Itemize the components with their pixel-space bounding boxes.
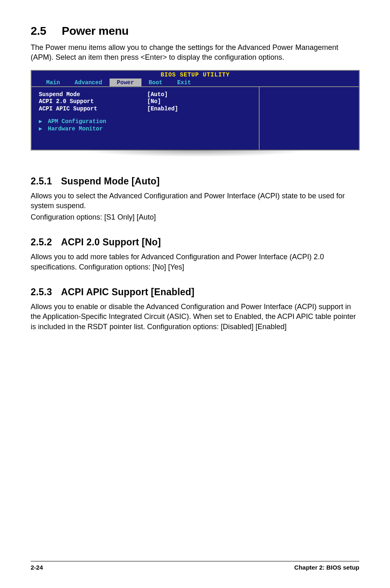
subsection-number: 2.5.2: [31, 237, 52, 248]
bios-window: BIOS SETUP UTILITY Main Advanced Power B…: [31, 70, 360, 150]
bios-left-pane: Suspend Mode [Auto] ACPI 2.0 Support [No…: [31, 87, 259, 150]
subsection-title: Suspend Mode [Auto]: [61, 176, 159, 186]
page-number: 2-24: [31, 564, 43, 571]
triangle-right-icon: ▶: [39, 118, 48, 126]
body-paragraph: Configuration options: [S1 Only] [Auto]: [31, 212, 359, 222]
bios-title: BIOS SETUP UTILITY: [161, 72, 230, 78]
triangle-right-icon: ▶: [39, 126, 48, 133]
body-paragraph: Allows you to select the Advanced Config…: [31, 191, 359, 211]
subsection-heading: 2.5.3ACPI APIC Support [Enabled]: [31, 287, 359, 298]
subsection-title: ACPI 2.0 Support [No]: [61, 237, 161, 247]
section-heading: 2.5Power menu: [31, 25, 359, 38]
bios-tab-boot: Boot: [141, 79, 170, 86]
bios-tab-advanced: Advanced: [67, 79, 110, 86]
bios-submenu-label: Hardware Monitor: [48, 126, 103, 133]
bios-value: [Auto]: [147, 91, 168, 99]
bios-row-suspend: Suspend Mode [Auto]: [39, 91, 251, 99]
bios-tab-main: Main: [39, 79, 67, 86]
page-footer: 2-24 Chapter 2: BIOS setup: [31, 561, 359, 571]
section-title: Power menu: [62, 25, 128, 37]
bios-label: ACPI APIC Support: [39, 105, 147, 113]
bios-right-pane: [259, 87, 359, 150]
section-number: 2.5: [31, 25, 46, 38]
subsection-number: 2.5.3: [31, 287, 52, 298]
bios-submenu-label: APM Configuration: [48, 118, 106, 126]
bios-value: [Enabled]: [147, 105, 178, 113]
subsection-title: ACPI APIC Support [Enabled]: [61, 287, 195, 297]
bios-screenshot: BIOS SETUP UTILITY Main Advanced Power B…: [31, 70, 360, 161]
bios-body: Suspend Mode [Auto] ACPI 2.0 Support [No…: [31, 86, 359, 150]
bios-submenu-apm: ▶ APM Configuration: [39, 118, 251, 126]
body-paragraph: Allows you to enable or disable the Adva…: [31, 302, 359, 332]
body-paragraph: Allows you to add more tables for Advanc…: [31, 252, 359, 272]
subsection-heading: 2.5.1Suspend Mode [Auto]: [31, 176, 359, 187]
subsection-heading: 2.5.2ACPI 2.0 Support [No]: [31, 237, 359, 248]
subsection-number: 2.5.1: [31, 176, 52, 187]
bios-submenu-hw: ▶ Hardware Monitor: [39, 126, 251, 133]
bios-tab-power: Power: [110, 79, 141, 86]
bios-row-acpi20: ACPI 2.0 Support [No]: [39, 98, 251, 105]
bios-tab-exit: Exit: [170, 79, 198, 86]
bios-label: ACPI 2.0 Support: [39, 98, 147, 105]
bios-label: Suspend Mode: [39, 91, 147, 99]
bios-tab-bar: Main Advanced Power Boot Exit: [39, 79, 198, 86]
bios-value: [No]: [147, 98, 161, 105]
intro-paragraph: The Power menu items allow you to change…: [31, 43, 359, 63]
bios-shadow: [31, 150, 360, 161]
bios-row-apic: ACPI APIC Support [Enabled]: [39, 105, 251, 113]
bios-header: BIOS SETUP UTILITY Main Advanced Power B…: [31, 71, 359, 86]
bios-submenu-block: ▶ APM Configuration ▶ Hardware Monitor: [39, 118, 251, 132]
chapter-label: Chapter 2: BIOS setup: [294, 564, 359, 571]
